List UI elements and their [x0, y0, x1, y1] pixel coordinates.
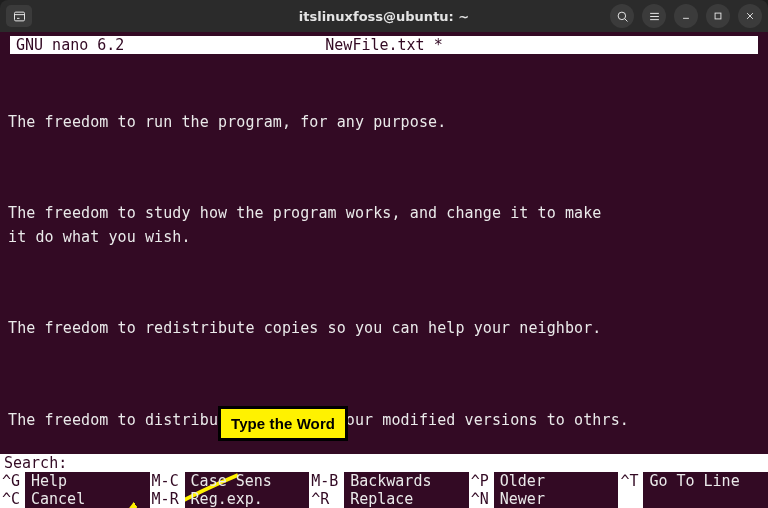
shortcut-row: ^G Help M-C Case Sens M-B Backwards ^P O… — [0, 472, 768, 490]
editor-paragraph: The freedom to study how the program wor… — [8, 202, 760, 249]
close-button[interactable] — [738, 4, 762, 28]
shortcut-label — [643, 490, 768, 508]
shortcut-key[interactable]: ^T — [618, 472, 643, 490]
shortcut-bar: ^G Help M-C Case Sens M-B Backwards ^P O… — [0, 472, 768, 508]
new-tab-button[interactable] — [6, 5, 32, 27]
shortcut-label: Newer — [494, 490, 619, 508]
shortcut-label: Backwards — [344, 472, 469, 490]
svg-rect-0 — [14, 12, 24, 21]
minimize-icon — [679, 9, 693, 23]
annotation-callout: Type the Word — [218, 406, 348, 441]
shortcut-key[interactable]: M-B — [309, 472, 344, 490]
editor-content[interactable]: The freedom to run the program, for any … — [0, 54, 768, 450]
terminal-area[interactable]: GNU nano 6.2 NewFile.txt * The freedom t… — [0, 32, 768, 508]
shortcut-label: Older — [494, 472, 619, 490]
svg-point-1 — [618, 12, 626, 20]
shortcut-label: Case Sens — [185, 472, 310, 490]
shortcut-key[interactable]: ^R — [309, 490, 344, 508]
search-button[interactable] — [610, 4, 634, 28]
window-titlebar: itslinuxfoss@ubuntu: ~ — [0, 0, 768, 32]
shortcut-label: Help — [25, 472, 150, 490]
editor-paragraph: The freedom to run the program, for any … — [8, 111, 760, 134]
shortcut-key[interactable]: ^C — [0, 490, 25, 508]
nano-filename: NewFile.txt * — [10, 38, 758, 53]
hamburger-menu-button[interactable] — [642, 4, 666, 28]
search-prompt[interactable]: Search: — [0, 454, 768, 472]
shortcut-key — [618, 490, 643, 508]
shortcut-key[interactable]: ^N — [469, 490, 494, 508]
terminal-tab-icon — [12, 9, 27, 24]
svg-rect-2 — [715, 13, 721, 19]
close-icon — [743, 9, 757, 23]
nano-header-bar: GNU nano 6.2 NewFile.txt * — [10, 36, 758, 54]
hamburger-icon — [647, 9, 662, 24]
maximize-icon — [711, 9, 725, 23]
shortcut-key[interactable]: M-C — [150, 472, 185, 490]
shortcut-key[interactable]: ^G — [0, 472, 25, 490]
search-label: Search: — [4, 456, 67, 471]
minimize-button[interactable] — [674, 4, 698, 28]
shortcut-label: Go To Line — [643, 472, 768, 490]
shortcut-row: ^C Cancel M-R Reg.exp. ^R Replace ^N New… — [0, 490, 768, 508]
editor-paragraph: The freedom to redistribute copies so yo… — [8, 317, 760, 340]
shortcut-label: Reg.exp. — [185, 490, 310, 508]
shortcut-label: Cancel — [25, 490, 150, 508]
search-input[interactable] — [67, 455, 764, 471]
shortcut-key[interactable]: ^P — [469, 472, 494, 490]
shortcut-label: Replace — [344, 490, 469, 508]
editor-paragraph: The freedom to distribute copies of your… — [8, 409, 760, 432]
shortcut-key[interactable]: M-R — [150, 490, 185, 508]
maximize-button[interactable] — [706, 4, 730, 28]
search-icon — [615, 9, 630, 24]
